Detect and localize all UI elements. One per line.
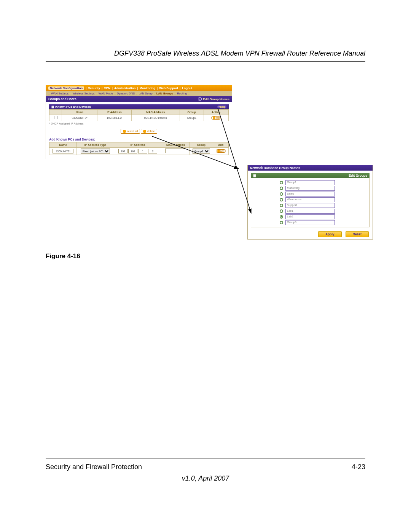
ip-octet-input[interactable]: 1: [138, 149, 147, 153]
group-row: Support: [251, 203, 369, 208]
help-button[interactable]: ? help: [217, 105, 226, 108]
ip-octet-input[interactable]: 192: [118, 149, 127, 153]
column-header: MAC Address: [131, 110, 180, 115]
column-header: Name: [49, 142, 77, 148]
column-header: Action: [204, 110, 228, 115]
mac-input[interactable]: [165, 149, 186, 153]
group-name-input[interactable]: Warehouse: [285, 197, 335, 202]
group-name-input[interactable]: Group1: [285, 180, 335, 185]
nav-sub-item: ::: [188, 92, 190, 95]
nav-sub-item: ::: [154, 92, 155, 95]
figure-caption: Figure 4-16: [46, 252, 365, 260]
page-title: Groups and Hosts: [48, 97, 76, 101]
group-radio[interactable]: [280, 192, 283, 196]
nav-top-item: |: [86, 86, 86, 90]
column-header: IP Address: [97, 110, 131, 115]
nav-sub-item: ::: [96, 92, 97, 95]
page-number: 4-23: [352, 463, 365, 471]
footer-section: Security and Firewall Protection: [46, 463, 142, 471]
ip-type-select[interactable]: Fixed (set on PC): [81, 149, 110, 154]
group-radio[interactable]: [280, 198, 283, 201]
column-header: IP Address Type: [77, 142, 114, 148]
nav-sub-item[interactable]: LAN Setup: [139, 92, 152, 95]
delete-button[interactable]: delete: [141, 129, 157, 134]
group-names-title: Network Database Group Names: [248, 165, 373, 171]
edit-group-names-link[interactable]: › Edit Group Names: [198, 97, 229, 101]
group-radio[interactable]: [280, 221, 283, 224]
nav-top-item: |: [180, 86, 180, 90]
table-row: 9300UNIT3* Fixed (set on PC) 192.168.1.2…: [49, 148, 229, 155]
group-row: Group8: [251, 220, 369, 225]
select-all-button[interactable]: select all: [121, 129, 140, 134]
column-header: MAC Address: [162, 142, 189, 148]
doc-header: DGFV338 ProSafe Wireless ADSL Modem VPN …: [46, 50, 365, 62]
group-row: Lab2: [251, 214, 369, 220]
nav-top-item[interactable]: Security: [88, 86, 100, 90]
group-row: Lab1: [251, 208, 369, 214]
group-name-input[interactable]: Support: [285, 203, 335, 208]
nav-sub-item[interactable]: WAN Settings: [51, 92, 68, 95]
group-select[interactable]: Group1: [193, 149, 210, 154]
group-radio[interactable]: [280, 204, 283, 207]
group-name-input[interactable]: Group8: [285, 220, 335, 225]
add-known-title: Add Known PCs and Devices:: [49, 137, 229, 141]
edit-groups-header: ▦ Edit Groups: [251, 173, 370, 178]
row-checkbox[interactable]: [54, 116, 57, 119]
column-header: IP Address: [114, 142, 162, 148]
group-row: Marketing: [251, 185, 369, 191]
nav-sub: ::WAN Settings::Wireless Settings::WAN M…: [46, 91, 232, 96]
apply-button[interactable]: Apply: [318, 231, 342, 237]
nav-top-item: |: [102, 86, 102, 90]
group-name-input[interactable]: Marketing: [285, 186, 335, 191]
nav-top-item: |: [112, 86, 113, 90]
column-header: Add: [213, 142, 229, 148]
nav-sub-item[interactable]: Wireless Settings: [73, 92, 95, 95]
table-row: 9300UNIT3* 192.168.1.2 00:11:43:71:c8:d8…: [49, 115, 229, 121]
group-row: Sales: [251, 191, 369, 197]
add-button[interactable]: add: [216, 149, 226, 153]
nav-top-item[interactable]: Network Configuration: [48, 86, 84, 90]
doc-footer: Security and Firewall Protection 4-23: [46, 459, 365, 471]
ip-octet-input[interactable]: 2: [148, 149, 157, 153]
group-name-input[interactable]: Lab2: [285, 214, 335, 219]
known-pcs-panel-header: ▦ Known PCs and Devices ? help: [49, 104, 229, 109]
nav-top-item: |: [157, 86, 158, 90]
add-known-table: NameIP Address TypeIP AddressMAC Address…: [49, 142, 229, 155]
nav-top: Network Configuration|Security|VPN|Admin…: [46, 85, 232, 91]
group-name-input[interactable]: Lab1: [285, 209, 335, 214]
group-radio[interactable]: [280, 215, 283, 219]
nav-sub-item: ::: [136, 92, 137, 95]
nav-sub-item[interactable]: Routing: [177, 92, 187, 95]
screenshot-group-names: Network Database Group Names ▦ Edit Grou…: [247, 165, 373, 240]
nav-top-item[interactable]: Administration: [114, 86, 135, 90]
group-row: Group1: [251, 180, 369, 185]
screenshot-groups-hosts: Network Configuration|Security|VPN|Admin…: [46, 85, 232, 159]
nav-sub-item: ::: [70, 92, 72, 95]
group-radio[interactable]: [280, 187, 283, 190]
dhcp-note: * DHCP Assigned IP Address: [49, 122, 229, 125]
nav-sub-item: ::: [174, 92, 176, 95]
name-input[interactable]: 9300UNIT3*: [53, 149, 73, 153]
group-row: Warehouse: [251, 197, 369, 203]
known-pcs-table: NameIP AddressMAC AddressGroupAction 930…: [49, 109, 229, 121]
nav-sub-item[interactable]: Dynamic DNS: [117, 92, 135, 95]
edit-button[interactable]: edit: [211, 116, 221, 120]
figure-area: Network Configuration|Security|VPN|Admin…: [46, 85, 365, 245]
group-radio[interactable]: [280, 181, 283, 184]
reset-button[interactable]: Reset: [346, 231, 369, 237]
column-header: Group: [190, 142, 213, 148]
arrow-icon: ›: [198, 97, 202, 101]
nav-sub-item: ::: [48, 92, 50, 95]
nav-top-item[interactable]: Web Support: [159, 86, 178, 90]
page-title-bar: Groups and Hosts › Edit Group Names: [46, 96, 232, 102]
nav-top-item[interactable]: VPN: [104, 86, 110, 90]
nav-top-item[interactable]: Monitoring: [140, 86, 155, 90]
nav-top-item: |: [137, 86, 138, 90]
nav-sub-item[interactable]: WAN Mode: [99, 92, 113, 95]
group-name-input[interactable]: Sales: [285, 192, 335, 197]
nav-sub-item[interactable]: LAN Groups: [156, 92, 173, 95]
group-radio[interactable]: [280, 209, 283, 213]
doc-version: v1.0, April 2007: [0, 474, 411, 482]
ip-octet-input[interactable]: 168: [128, 149, 137, 153]
nav-top-item[interactable]: Logout: [182, 86, 192, 90]
